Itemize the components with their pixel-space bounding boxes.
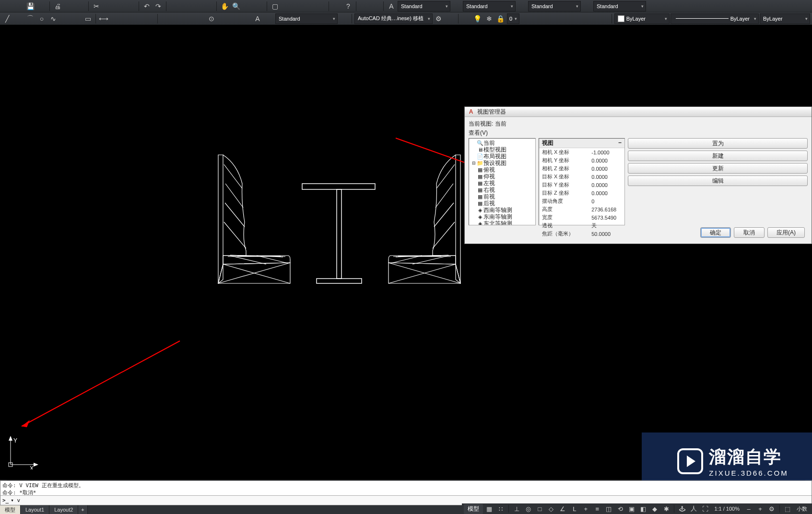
dim-update-icon[interactable] — [264, 13, 274, 24]
share-icon[interactable] — [192, 1, 202, 12]
dyn-icon[interactable]: + — [580, 504, 591, 514]
dim-continue-icon[interactable] — [183, 13, 194, 24]
tree-node[interactable]: ◈东北等轴测 — [470, 220, 534, 225]
prop-row[interactable]: 高度2736.6168 — [539, 205, 624, 213]
property-grid[interactable]: 视图– 相机 X 坐标-1.0000相机 Y 坐标0.0000相机 Z 坐标0.… — [539, 138, 625, 225]
polar-icon[interactable]: ◎ — [523, 504, 533, 514]
rectangle-icon[interactable]: ▭ — [82, 13, 93, 24]
block-icon[interactable] — [359, 1, 369, 12]
dialog-titlebar[interactable]: A 视图管理器 — [465, 107, 812, 117]
zoom-plus-icon[interactable]: + — [755, 504, 765, 514]
dim-style-dropdown[interactable]: Standard — [463, 1, 516, 12]
help-icon[interactable]: ? — [343, 1, 353, 12]
properties-icon[interactable] — [331, 1, 342, 12]
text-style-dropdown[interactable]: Standard — [398, 1, 450, 12]
tab-layout2[interactable]: Layout2 — [49, 505, 78, 514]
nav-cube-icon[interactable]: ⬚ — [782, 504, 793, 514]
dim-tolerance-icon[interactable] — [195, 13, 205, 24]
dialog-side-button[interactable]: 编辑 — [628, 175, 808, 186]
prop-row[interactable]: 相机 X 坐标-1.0000 — [539, 148, 624, 156]
dim-style-dropdown-2[interactable]: Standard — [275, 13, 338, 24]
tab-add[interactable]: + — [78, 505, 87, 514]
layer-icon[interactable] — [461, 13, 471, 24]
command-input[interactable] — [11, 497, 812, 503]
layer-more-icon[interactable] — [599, 13, 609, 24]
tree-node[interactable]: ▦仰视 — [470, 173, 534, 180]
spline-icon[interactable]: ∿ — [48, 13, 59, 24]
zoom-icon[interactable]: 🔍 — [231, 1, 241, 12]
vport-join-icon[interactable] — [316, 1, 326, 12]
zoom-prev-icon[interactable] — [242, 1, 253, 12]
dim-baseline-icon[interactable] — [172, 13, 182, 24]
dim-jogged-icon[interactable] — [229, 13, 240, 24]
collapse-icon[interactable]: – — [618, 139, 622, 147]
file-save-icon[interactable]: 💾 — [25, 1, 35, 12]
send-icon[interactable] — [169, 1, 179, 12]
prop-row[interactable]: 相机 Y 坐标0.0000 — [539, 156, 624, 164]
workspace-dropdown[interactable]: AutoCAD 经典…inese) 移植 — [354, 13, 433, 24]
arc-icon[interactable]: ⌒ — [25, 13, 35, 24]
dim-center-icon[interactable]: ⊙ — [206, 13, 217, 24]
qp-icon[interactable]: ▣ — [626, 504, 637, 514]
layer-props-icon[interactable] — [576, 13, 586, 24]
prop-row[interactable]: 摆动角度0 — [539, 197, 624, 205]
tree-node[interactable]: ⊟📁预设视图 — [470, 160, 534, 166]
annomon-icon[interactable]: ✱ — [661, 504, 671, 514]
vport-2-icon[interactable] — [281, 1, 292, 12]
dim-aligned-icon[interactable] — [110, 13, 120, 24]
linetype-dropdown[interactable]: ByLayer — [760, 13, 810, 24]
settings-status-icon[interactable]: ⚙ — [766, 504, 777, 514]
polyline-icon[interactable] — [13, 13, 24, 24]
print-icon[interactable]: 🖨 — [52, 1, 63, 12]
file-new-icon[interactable] — [2, 1, 12, 12]
status-units[interactable]: 小数 — [794, 505, 810, 513]
vport-3-icon[interactable] — [293, 1, 303, 12]
dim-inspect-icon[interactable] — [218, 13, 228, 24]
prop-row[interactable]: 宽度5673.5490 — [539, 213, 624, 222]
dim-edit-icon[interactable] — [241, 13, 251, 24]
pan-icon[interactable]: ✋ — [219, 1, 230, 12]
dim-tedit-icon[interactable]: A — [252, 13, 263, 24]
table-style-dropdown[interactable]: Standard — [528, 1, 581, 12]
cloud-icon[interactable] — [180, 1, 191, 12]
dialog-side-button[interactable]: 更新 — [628, 163, 808, 174]
copy-icon[interactable] — [103, 1, 113, 12]
grid-icon[interactable]: ▦ — [484, 504, 494, 514]
circle-icon[interactable]: ○ — [36, 13, 47, 24]
ortho-icon[interactable]: ⊥ — [511, 504, 522, 514]
match-prop-icon[interactable] — [126, 1, 136, 12]
sel-cycle-icon[interactable]: ⟲ — [615, 504, 625, 514]
anno-visibility-icon[interactable]: ⛶ — [700, 504, 710, 514]
mleader-style-dropdown[interactable]: Standard — [593, 1, 646, 12]
gizmo-icon[interactable]: ◆ — [649, 504, 660, 514]
dim-linear-icon[interactable]: ⟷ — [98, 13, 109, 24]
layer-off-icon[interactable]: 💡 — [472, 13, 483, 24]
ellipse-arc-icon[interactable] — [71, 13, 82, 24]
undo-icon[interactable]: ↶ — [141, 1, 152, 12]
snap-icon[interactable]: ∷ — [495, 504, 506, 514]
prop-row[interactable]: 透视关 — [539, 222, 624, 230]
mleader-style-icon[interactable] — [582, 1, 592, 12]
layer-state-dropdown[interactable]: 0 — [507, 13, 519, 24]
file-open-icon[interactable] — [13, 1, 24, 12]
tree-node[interactable]: ▦左视 — [470, 180, 534, 187]
dialog-side-button[interactable]: 新建 — [628, 151, 808, 161]
tab-model[interactable]: 模型 — [0, 505, 21, 514]
save-as-icon[interactable] — [36, 1, 47, 12]
prop-row[interactable]: 焦距（毫米）50.0000 — [539, 230, 624, 238]
expander-icon[interactable]: ⊟ — [471, 161, 476, 166]
layer-iso-icon[interactable] — [587, 13, 598, 24]
ellipse-icon[interactable] — [59, 13, 70, 24]
sel-filter-icon[interactable]: ◧ — [638, 504, 648, 514]
status-scale[interactable]: 1:1 / 100% — [711, 506, 742, 512]
lineweight-dropdown[interactable]: ByLayer — [671, 13, 759, 24]
tree-node[interactable]: ▦右视 — [470, 187, 534, 193]
tree-node[interactable]: ▦前视 — [470, 193, 534, 200]
dim-radius-icon[interactable] — [144, 13, 155, 24]
anno-scale-icon[interactable]: 人 — [688, 504, 699, 514]
otrack-icon[interactable]: ∠ — [557, 504, 568, 514]
tab-layout1[interactable]: Layout1 — [21, 505, 49, 514]
layer-freeze-icon[interactable]: ❄ — [484, 13, 494, 24]
dim-arc-icon[interactable] — [133, 13, 143, 24]
transparency-icon[interactable]: ◫ — [603, 504, 614, 514]
